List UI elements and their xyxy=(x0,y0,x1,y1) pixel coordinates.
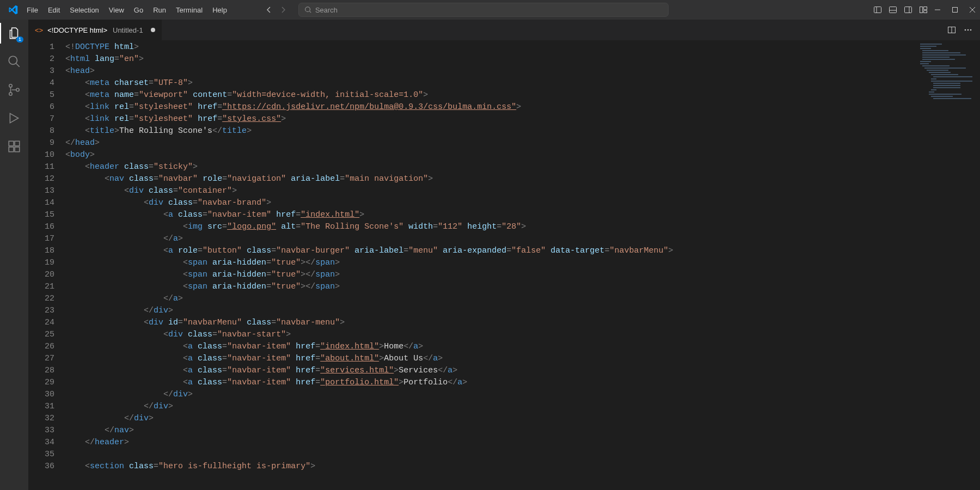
svg-rect-20 xyxy=(9,141,14,146)
svg-rect-42 xyxy=(929,72,951,73)
activity-bar: 1 xyxy=(0,20,28,490)
tab-untitled-1[interactable]: <> <!DOCTYPE html> Untitled-1 xyxy=(28,20,162,40)
svg-rect-22 xyxy=(15,147,20,152)
svg-rect-2 xyxy=(874,7,881,13)
svg-rect-35 xyxy=(922,57,950,58)
svg-rect-38 xyxy=(920,63,929,64)
nav-back-icon[interactable] xyxy=(265,5,273,14)
code-editor[interactable]: 1234567891011121314151617181920212223242… xyxy=(28,40,980,490)
svg-rect-44 xyxy=(933,76,972,77)
layout-sidebar-left-icon[interactable] xyxy=(873,5,882,14)
svg-rect-29 xyxy=(920,44,942,45)
window-minimize-icon[interactable] xyxy=(934,7,941,13)
tab-label: <!DOCTYPE html> xyxy=(47,26,107,34)
svg-rect-9 xyxy=(924,7,927,10)
svg-point-15 xyxy=(9,56,17,64)
window-maximize-icon[interactable] xyxy=(952,7,958,13)
svg-point-28 xyxy=(970,29,972,31)
svg-rect-30 xyxy=(920,46,936,47)
svg-rect-8 xyxy=(920,7,923,13)
svg-rect-12 xyxy=(953,8,958,13)
menu-run[interactable]: Run xyxy=(148,3,171,17)
svg-rect-21 xyxy=(9,147,14,152)
svg-rect-50 xyxy=(931,89,936,90)
run-debug-icon[interactable] xyxy=(6,110,22,126)
menu-help[interactable]: Help xyxy=(207,3,232,17)
code-content[interactable]: <!DOCTYPE html><html lang="en"><head> <m… xyxy=(65,40,980,490)
minimap[interactable] xyxy=(918,42,972,108)
command-center[interactable]: Search xyxy=(298,3,669,17)
svg-rect-32 xyxy=(922,50,948,51)
title-bar: File Edit Selection View Go Run Terminal… xyxy=(0,0,980,20)
svg-rect-40 xyxy=(924,68,966,69)
explorer-badge: 1 xyxy=(16,36,23,42)
svg-point-17 xyxy=(9,84,12,87)
nav-forward-icon[interactable] xyxy=(279,5,287,14)
svg-rect-10 xyxy=(924,11,927,13)
unsaved-dot-icon xyxy=(151,28,155,32)
layout-panel-icon[interactable] xyxy=(889,5,897,14)
svg-rect-52 xyxy=(929,94,961,95)
menu-go[interactable]: Go xyxy=(129,3,148,17)
menu-selection[interactable]: Selection xyxy=(65,3,103,17)
svg-rect-46 xyxy=(931,81,972,82)
svg-rect-23 xyxy=(15,141,20,146)
menu-bar: File Edit Selection View Go Run Terminal… xyxy=(22,3,232,17)
menu-edit[interactable]: Edit xyxy=(43,3,65,17)
layout-sidebar-right-icon[interactable] xyxy=(904,5,912,14)
svg-point-26 xyxy=(965,29,966,31)
svg-rect-4 xyxy=(890,7,897,13)
svg-rect-36 xyxy=(922,59,955,60)
svg-line-1 xyxy=(310,11,311,13)
svg-rect-34 xyxy=(922,54,966,56)
svg-rect-49 xyxy=(933,87,960,88)
svg-rect-33 xyxy=(922,52,960,53)
vscode-logo-icon xyxy=(4,5,22,15)
svg-point-27 xyxy=(967,29,969,31)
source-control-icon[interactable] xyxy=(6,82,22,98)
svg-rect-6 xyxy=(905,7,912,13)
html-file-icon: <> xyxy=(35,26,43,34)
svg-rect-41 xyxy=(927,70,948,71)
svg-rect-37 xyxy=(920,61,931,62)
line-number-gutter: 1234567891011121314151617181920212223242… xyxy=(28,40,65,490)
tab-bar: <> <!DOCTYPE html> Untitled-1 xyxy=(28,20,980,40)
svg-rect-53 xyxy=(931,96,953,97)
svg-rect-51 xyxy=(929,91,934,93)
svg-point-19 xyxy=(16,88,19,91)
svg-rect-43 xyxy=(931,74,958,75)
search-tab-icon[interactable] xyxy=(6,53,22,70)
menu-terminal[interactable]: Terminal xyxy=(171,3,207,17)
svg-rect-48 xyxy=(933,85,960,86)
search-placeholder: Search xyxy=(315,6,338,14)
extensions-icon[interactable] xyxy=(6,138,22,155)
svg-rect-47 xyxy=(933,83,960,84)
menu-file[interactable]: File xyxy=(22,3,43,17)
menu-view[interactable]: View xyxy=(104,3,129,17)
tab-sublabel: Untitled-1 xyxy=(113,26,143,34)
svg-point-0 xyxy=(305,7,310,12)
editor-area: <> <!DOCTYPE html> Untitled-1 1234567891… xyxy=(28,20,980,490)
svg-rect-54 xyxy=(933,98,971,99)
svg-line-16 xyxy=(16,63,20,67)
svg-rect-45 xyxy=(931,78,936,79)
more-actions-icon[interactable] xyxy=(964,26,972,34)
customize-layout-icon[interactable] xyxy=(919,5,928,14)
window-close-icon[interactable] xyxy=(969,7,976,13)
svg-rect-39 xyxy=(922,65,950,66)
svg-rect-31 xyxy=(920,48,931,49)
svg-point-18 xyxy=(9,93,12,95)
split-editor-icon[interactable] xyxy=(947,26,956,34)
explorer-icon[interactable]: 1 xyxy=(6,25,22,41)
search-icon xyxy=(304,6,312,14)
